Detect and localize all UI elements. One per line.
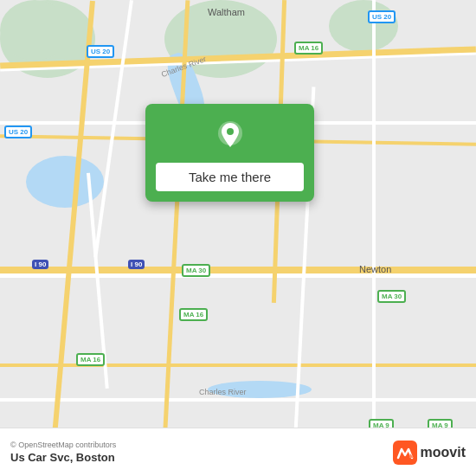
green-area-2	[0, 0, 69, 61]
highway-7	[0, 363, 476, 367]
map-container: Waltham Newton Charles River Charles Riv…	[0, 0, 476, 476]
moovit-icon	[393, 441, 417, 465]
moovit-logo: moovit	[393, 441, 466, 465]
badge-ma16-1: MA 16	[179, 308, 208, 321]
badge-ma30-1: MA 30	[182, 264, 210, 277]
svg-rect-2	[393, 441, 417, 465]
take-me-there-button[interactable]: Take me there	[156, 163, 304, 191]
bottom-left-info: © OpenStreetMap contributors Us Car Svc,…	[10, 441, 116, 464]
badge-us20-3: US 20	[4, 125, 32, 138]
road-h4	[0, 398, 476, 402]
location-pin-icon	[211, 118, 249, 156]
location-title: Us Car Svc, Boston	[10, 451, 116, 464]
badge-us20-1: US 20	[87, 45, 114, 58]
badge-ma30-2: MA 30	[377, 290, 406, 303]
badge-us20-2: US 20	[368, 10, 396, 23]
bottom-bar: © OpenStreetMap contributors Us Car Svc,…	[0, 428, 476, 476]
badge-i90-1: I 90	[32, 260, 48, 269]
badge-ma16-3: MA 16	[294, 42, 323, 55]
green-area-4	[329, 0, 398, 52]
popup-card: Take me there	[145, 104, 314, 202]
badge-ma16-2: MA 16	[76, 353, 105, 366]
svg-point-1	[227, 128, 234, 135]
badge-i90-2: I 90	[128, 260, 145, 269]
moovit-label: moovit	[421, 445, 466, 460]
attribution-text: © OpenStreetMap contributors	[10, 441, 116, 449]
road-diag4	[372, 0, 376, 476]
